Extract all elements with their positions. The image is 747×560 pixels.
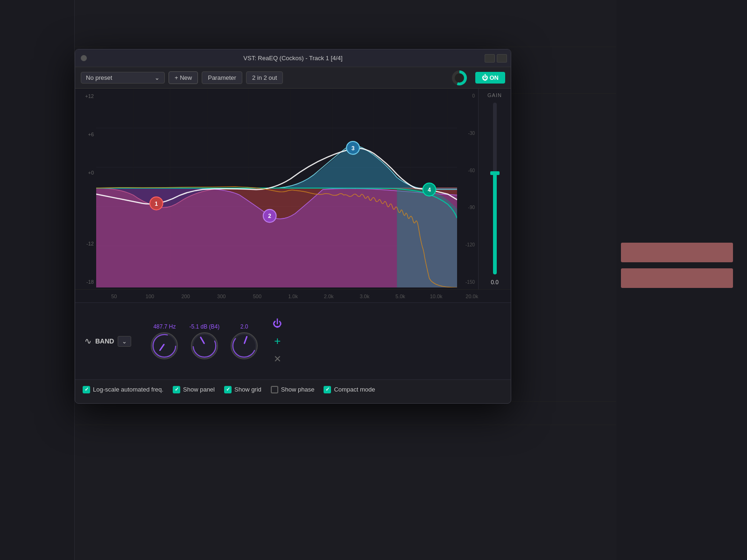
y-axis-labels: +12 +6 +0 -12 -18 — [75, 89, 96, 289]
toolbar: No preset ⌄ + New Parameter 2 in 2 out ⏻… — [75, 67, 511, 89]
close-button[interactable] — [81, 55, 87, 61]
right-label-60: -60 — [458, 168, 475, 173]
new-label: + New — [175, 74, 192, 81]
gain-slider-handle[interactable] — [490, 171, 500, 175]
gain-label: GAIN — [487, 92, 502, 98]
svg-text:2: 2 — [268, 213, 271, 219]
band-selector: ∿ BAND ⌄ — [85, 336, 131, 347]
plugin-window: VST: ReaEQ (Cockos) - Track 1 [4/4] No p… — [75, 49, 511, 404]
band-add-button[interactable]: + — [273, 335, 282, 348]
gain-value: 0.0 — [491, 279, 499, 286]
show-panel-checkbox[interactable]: ✓ Show panel — [173, 386, 215, 393]
q-knob-group: 2.0 — [231, 323, 258, 359]
window-minimize[interactable] — [485, 54, 495, 63]
new-button[interactable]: + New — [169, 71, 198, 84]
band-type-label: BAND — [95, 337, 114, 345]
right-label-150: -150 — [458, 280, 475, 285]
window-maximize[interactable] — [497, 54, 507, 63]
freq-300: 300 — [204, 294, 240, 299]
svg-text:4: 4 — [428, 187, 431, 193]
y-label-neg12: -12 — [78, 241, 94, 246]
freq-50: 50 — [96, 294, 132, 299]
freq-200: 200 — [168, 294, 204, 299]
gain-slider-fill — [493, 171, 497, 274]
io-button[interactable]: 2 in 2 out — [246, 71, 283, 84]
frequency-value: 487.7 Hz — [153, 323, 176, 330]
y-label-6: +6 — [78, 132, 94, 137]
compact-mode-checkbox[interactable]: ✓ Compact mode — [324, 386, 375, 393]
daw-clip-2 — [621, 268, 733, 288]
daw-clip-1 — [621, 243, 733, 262]
plus-icon: + — [274, 335, 281, 348]
y-label-12: +12 — [78, 93, 94, 99]
title-bar: VST: ReaEQ (Cockos) - Track 1 [4/4] — [75, 49, 511, 67]
gain-section: GAIN 0.0 — [478, 89, 511, 289]
show-phase-label: Show phase — [281, 386, 315, 393]
frequency-labels: 50 100 200 300 500 1.0k 2.0k 3.0k 5.0k 1… — [75, 289, 511, 302]
right-label-0: 0 — [458, 93, 475, 98]
preset-dropdown[interactable]: No preset ⌄ — [81, 72, 165, 84]
show-panel-label: Show panel — [183, 386, 215, 393]
compact-mode-label: Compact mode — [334, 386, 375, 393]
eq-curve-canvas[interactable]: 1 2 3 4 — [96, 89, 457, 287]
log-scale-label: Log-scale automated freq. — [93, 386, 163, 393]
gain-knob-group: -5.1 dB (B4) — [189, 323, 219, 359]
daw-panel-right — [616, 0, 747, 560]
band-gain-value: -5.1 dB (B4) — [189, 323, 219, 330]
right-label-90: -90 — [458, 205, 475, 210]
preset-label: No preset — [86, 74, 112, 81]
chevron-down-icon: ⌄ — [155, 74, 160, 81]
freq-3k: 3.0k — [346, 294, 382, 299]
svg-point-20 — [233, 334, 255, 357]
log-scale-checkmark: ✓ — [83, 386, 90, 393]
show-phase-checkbox[interactable]: Show phase — [271, 386, 315, 393]
svg-point-18 — [153, 334, 176, 357]
freq-1k: 1.0k — [275, 294, 311, 299]
svg-point-19 — [193, 334, 216, 357]
eq-display[interactable]: +12 +6 +0 -12 -18 0 -30 -60 -90 -120 -15… — [75, 89, 511, 289]
band-remove-button[interactable]: ✕ — [273, 353, 282, 364]
bottom-bar: ✓ Log-scale automated freq. ✓ Show panel… — [75, 379, 511, 399]
band-gain-knob[interactable] — [191, 332, 218, 359]
on-label: ⏻ ON — [482, 74, 499, 81]
frequency-knob[interactable] — [151, 332, 178, 359]
svg-text:1: 1 — [155, 201, 158, 207]
show-panel-checkmark: ✓ — [173, 386, 180, 393]
band-type-dropdown[interactable]: ⌄ — [118, 336, 131, 347]
freq-5k: 5.0k — [382, 294, 418, 299]
freq-100: 100 — [132, 294, 168, 299]
show-phase-checkmark — [271, 386, 278, 393]
plugin-knob[interactable] — [452, 70, 467, 85]
parameter-button[interactable]: Parameter — [202, 71, 242, 84]
show-grid-checkmark: ✓ — [224, 386, 232, 393]
q-value: 2.0 — [240, 323, 248, 330]
power-icon: ⏻ — [273, 318, 282, 329]
window-title: VST: ReaEQ (Cockos) - Track 1 [4/4] — [243, 55, 342, 62]
right-label-120: -120 — [458, 242, 475, 247]
parameter-label: Parameter — [208, 74, 236, 81]
compact-mode-checkmark: ✓ — [324, 386, 331, 393]
freq-20k: 20.0k — [454, 294, 490, 299]
band-action-buttons: ⏻ + ✕ — [273, 318, 282, 364]
log-scale-checkbox[interactable]: ✓ Log-scale automated freq. — [83, 386, 163, 393]
on-off-button[interactable]: ⏻ ON — [475, 72, 505, 84]
band-power-button[interactable]: ⏻ — [273, 318, 282, 329]
freq-10k: 10.0k — [418, 294, 454, 299]
show-grid-checkbox[interactable]: ✓ Show grid — [224, 386, 261, 393]
frequency-knob-group: 487.7 Hz — [151, 323, 178, 359]
daw-panel-left — [0, 0, 75, 560]
freq-2k: 2.0k — [311, 294, 347, 299]
window-buttons — [485, 54, 507, 63]
q-knob[interactable] — [231, 332, 258, 359]
freq-500: 500 — [240, 294, 275, 299]
x-icon: ✕ — [274, 353, 282, 364]
y-label-neg18: -18 — [78, 279, 94, 285]
io-label: 2 in 2 out — [252, 74, 277, 81]
show-grid-label: Show grid — [234, 386, 261, 393]
control-panel: ∿ BAND ⌄ 487.7 Hz -5.1 dB (B4) — [75, 302, 511, 379]
right-db-labels: 0 -30 -60 -90 -120 -150 — [457, 89, 476, 289]
right-label-30: -30 — [458, 131, 475, 136]
gain-slider[interactable] — [493, 103, 497, 274]
y-label-0: +0 — [78, 170, 94, 175]
svg-text:3: 3 — [352, 145, 355, 152]
